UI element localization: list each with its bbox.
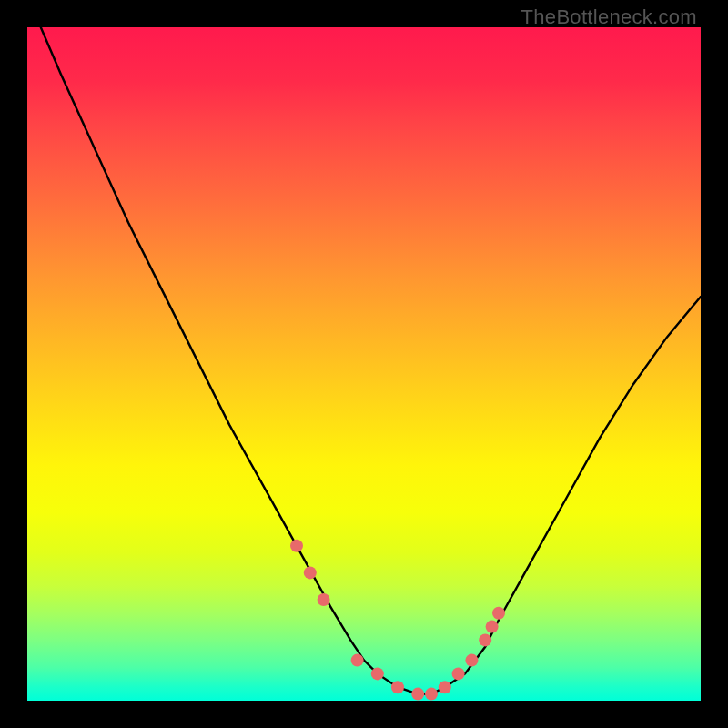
highlight-dot [452, 667, 465, 680]
highlight-dot [486, 621, 499, 633]
bottleneck-curve [41, 27, 701, 694]
chart-svg [27, 27, 701, 701]
highlight-dot [479, 633, 491, 646]
highlight-dot [318, 593, 330, 606]
highlight-dot [391, 681, 404, 693]
highlight-dot [411, 688, 424, 701]
highlight-dots-group [290, 540, 505, 701]
highlight-dot [465, 654, 478, 667]
highlight-dot [371, 667, 384, 680]
highlight-dot [304, 566, 317, 579]
highlight-dot [439, 681, 451, 693]
highlight-dot [351, 654, 364, 667]
highlight-dot [425, 688, 438, 701]
highlight-dot [290, 540, 303, 552]
chart-frame: TheBottleneck.com [0, 0, 728, 728]
watermark-text: TheBottleneck.com [521, 5, 697, 29]
highlight-dot [492, 607, 505, 620]
